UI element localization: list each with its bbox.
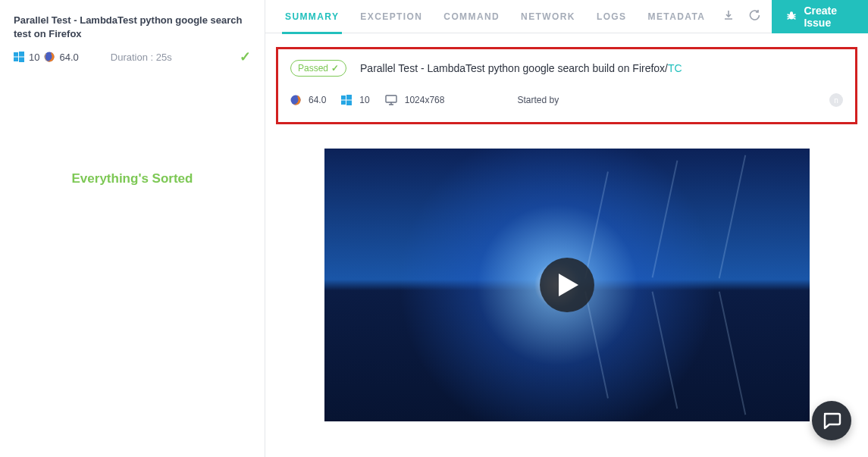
check-icon: ✓ [331, 63, 339, 74]
spec-browser-version: 64.0 [309, 95, 326, 105]
svg-rect-9 [346, 95, 352, 100]
svg-rect-11 [346, 101, 352, 106]
check-icon: ✓ [240, 49, 251, 65]
firefox-icon [44, 52, 55, 62]
monitor-icon [385, 95, 397, 105]
bug-icon [785, 9, 797, 23]
play-button[interactable] [540, 258, 594, 312]
run-title-link[interactable]: TC [668, 62, 682, 74]
run-title: Parallel Test - LambdaTest python google… [360, 62, 682, 74]
os-version: 10 [29, 52, 39, 63]
svg-rect-8 [341, 95, 346, 100]
windows-icon [14, 52, 24, 62]
create-issue-button[interactable]: Create Issue [772, 0, 868, 33]
duration-label: Duration : 25s [111, 52, 172, 63]
firefox-icon [290, 95, 301, 105]
spec-os-version: 10 [359, 95, 369, 105]
status-label: Passed [298, 63, 328, 74]
sorted-label: Everything's Sorted [14, 171, 251, 186]
run-title-text: Parallel Test - LambdaTest python google… [360, 62, 668, 74]
started-by-label: Started by [517, 95, 559, 105]
windows-icon [341, 95, 352, 105]
browser-version: 64.0 [59, 52, 78, 63]
spec-row: 64.0 10 1024x768 Started by n [290, 93, 843, 107]
test-title: Parallel Test - LambdaTest python google… [14, 14, 251, 41]
svg-rect-10 [341, 101, 346, 105]
refresh-icon[interactable] [741, 10, 767, 23]
tab-metadata[interactable]: METADATA [638, 0, 716, 33]
tab-network[interactable]: NETWORK [510, 0, 586, 33]
chat-button[interactable] [812, 401, 851, 440]
tab-exception[interactable]: EXCEPTION [349, 0, 433, 33]
svg-point-6 [790, 11, 793, 14]
video-thumbnail[interactable] [324, 149, 810, 421]
tab-command[interactable]: COMMAND [433, 0, 510, 33]
chat-icon [822, 411, 841, 430]
status-badge: Passed ✓ [290, 60, 346, 77]
svg-rect-3 [19, 58, 24, 63]
svg-rect-1 [19, 52, 24, 57]
tag-badge: n [829, 93, 843, 107]
create-issue-label: Create Issue [804, 5, 854, 29]
svg-rect-0 [14, 52, 18, 57]
sidebar: Parallel Test - LambdaTest python google… [0, 0, 265, 457]
tab-logs[interactable]: LOGS [586, 0, 638, 33]
spec-resolution: 1024x768 [405, 95, 445, 105]
download-icon[interactable] [716, 10, 741, 23]
svg-rect-12 [386, 95, 396, 102]
summary-highlight: Passed ✓ Parallel Test - LambdaTest pyth… [276, 47, 857, 124]
test-meta-row: 10 64.0 Duration : 25s ✓ [14, 49, 251, 65]
main-panel: SUMMARY EXCEPTION COMMAND NETWORK LOGS M… [265, 0, 868, 457]
play-icon [559, 274, 578, 296]
tab-summary[interactable]: SUMMARY [274, 0, 349, 33]
svg-rect-2 [14, 58, 18, 62]
tabs: SUMMARY EXCEPTION COMMAND NETWORK LOGS M… [265, 0, 868, 33]
